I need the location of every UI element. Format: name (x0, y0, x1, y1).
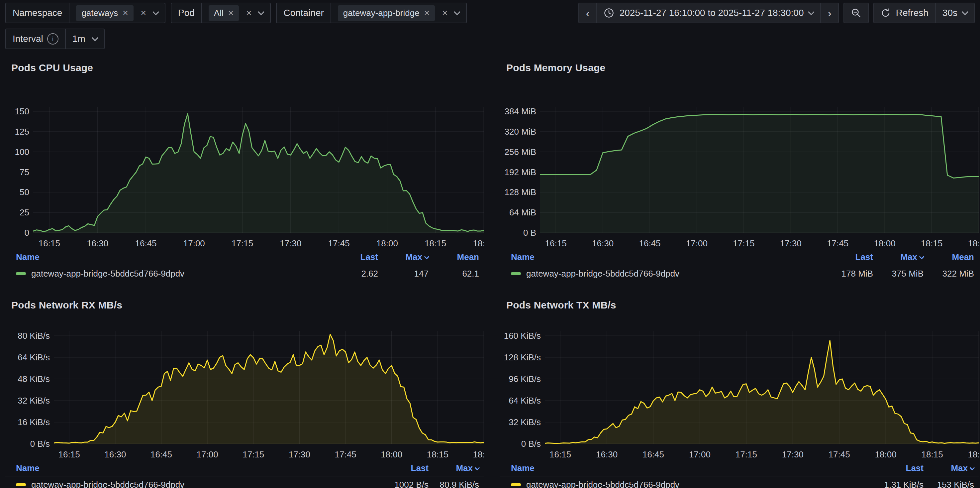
container-filter-value[interactable]: gateway-app-bridge × × (331, 3, 466, 22)
legend-stat-value-last: 1.31 KiB/s (873, 480, 924, 488)
series-fill (545, 340, 979, 444)
legend-separator (5, 265, 484, 265)
x-tick-label: 16:45 (135, 238, 156, 249)
panel-cpu-usage: Pods CPU Usage 0255075100125150 16:1516:… (5, 54, 484, 281)
pod-tag[interactable]: All × (208, 5, 239, 21)
legend-stat-header-last[interactable]: Last (873, 463, 924, 474)
x-tick-label: 18:00 (875, 450, 897, 460)
x-tick-label: 17:00 (183, 238, 205, 249)
tx-plot-area[interactable]: 16:1516:3016:4517:0017:1517:3017:4518:00… (545, 331, 979, 460)
time-range-button[interactable]: 2025-11-27 16:10:00 to 2025-11-27 18:30:… (596, 3, 821, 22)
series-name: gateway-app-bridge-5bddc5d766-9dpdv (31, 480, 185, 488)
series-name: gateway-app-bridge-5bddc5d766-9dpdv (526, 480, 679, 488)
legend-stat-header-mean[interactable]: Mean (924, 252, 974, 262)
y-tick-label: 0 B/s (521, 439, 541, 449)
x-axis: 16:1516:3016:4517:0017:1517:3017:4518:00… (545, 445, 979, 460)
refresh-button[interactable]: Refresh (874, 3, 935, 22)
legend-header: Name LastMaxMean (500, 250, 979, 264)
chart-canvas[interactable] (33, 107, 484, 234)
y-axis: 0 B64 MiB128 MiB192 MiB256 MiB320 MiB384… (500, 107, 540, 249)
sort-chevron-down-icon (475, 465, 480, 470)
legend-series[interactable]: gateway-app-bridge-5bddc5d766-9dpdv (511, 269, 822, 279)
pod-chevron-down-icon[interactable] (258, 9, 265, 15)
x-tick-label: 18:15 (425, 238, 446, 249)
interval-label-text: Interval (13, 33, 43, 44)
chart-canvas[interactable] (54, 331, 484, 445)
namespace-tag-remove-icon[interactable]: × (123, 8, 128, 18)
y-tick-label: 320 MiB (504, 126, 536, 137)
legend-series[interactable]: gateway-app-bridge-5bddc5d766-9dpdv (16, 480, 378, 488)
memory-plot-area[interactable]: 16:1516:3016:4517:0017:1517:3017:4518:00… (540, 107, 979, 249)
chart-canvas[interactable] (545, 331, 979, 445)
container-tag-remove-icon[interactable]: × (424, 8, 430, 18)
x-tick-label: 16:15 (59, 450, 80, 460)
x-tick-label: 18:15 (427, 450, 449, 460)
rx-plot-area[interactable]: 16:1516:3016:4517:0017:1517:3017:4518:00… (54, 331, 484, 460)
series-color-swatch (16, 483, 26, 486)
legend-stat-value-mean: 322 MiB (924, 269, 974, 279)
x-tick-label: 18:30 (968, 238, 979, 249)
container-clear-icon[interactable]: × (442, 8, 447, 18)
legend-series[interactable]: gateway-app-bridge-5bddc5d766-9dpdv (16, 269, 328, 279)
panel-title: Pods CPU Usage (11, 62, 484, 74)
x-tick-label: 16:15 (549, 450, 571, 460)
panel-memory-usage: Pods Memory Usage 0 B64 MiB128 MiB192 Mi… (500, 54, 979, 281)
legend-stat-header-max[interactable]: Max (378, 252, 428, 262)
y-tick-label: 192 MiB (504, 167, 536, 177)
pod-filter-value[interactable]: All × × (202, 3, 270, 22)
legend-stat-header-max[interactable]: Max (428, 463, 479, 474)
namespace-tag[interactable]: gateways × (76, 5, 133, 21)
x-tick-label: 17:30 (780, 238, 802, 249)
container-chevron-down-icon[interactable] (454, 9, 460, 15)
x-tick-label: 17:00 (197, 450, 218, 460)
legend-row: gateway-app-bridge-5bddc5d766-9dpdv 1.31… (500, 477, 979, 488)
legend-stat-header-max[interactable]: Max (924, 463, 974, 474)
legend-name-header[interactable]: Name (511, 463, 873, 474)
pod-clear-icon[interactable]: × (246, 8, 251, 18)
legend-series[interactable]: gateway-app-bridge-5bddc5d766-9dpdv (511, 480, 873, 488)
legend-stat-header-mean[interactable]: Mean (428, 252, 479, 262)
y-tick-label: 150 (15, 106, 29, 117)
namespace-filter-value[interactable]: gateways × × (70, 3, 165, 22)
interval-picker[interactable]: 1m (66, 29, 104, 49)
pod-tag-remove-icon[interactable]: × (228, 8, 234, 18)
legend-stat-header-max[interactable]: Max (873, 252, 924, 262)
legend-header: Name LastMax (5, 461, 484, 475)
refresh-interval-picker[interactable]: 30s (935, 3, 974, 22)
legend-stat-values: 178 MiB375 MiB322 MiB (822, 269, 974, 279)
chart-canvas[interactable] (540, 107, 979, 234)
legend-name-header[interactable]: Name (16, 252, 328, 262)
memory-chart: 0 B64 MiB128 MiB192 MiB256 MiB320 MiB384… (500, 107, 979, 249)
interval-control: Interval i 1m (5, 29, 105, 49)
container-tag-text: gateway-app-bridge (343, 8, 420, 18)
cpu-plot-area[interactable]: 16:1516:3016:4517:0017:1517:3017:4518:00… (33, 107, 484, 249)
legend-name-header[interactable]: Name (511, 252, 822, 262)
y-tick-label: 64 MiB (509, 207, 536, 218)
x-tick-label: 17:15 (733, 238, 754, 249)
legend-stat-values: 1002 B/s80.9 KiB/s (378, 480, 479, 488)
container-tag[interactable]: gateway-app-bridge × (338, 5, 435, 21)
y-tick-label: 75 (20, 167, 29, 177)
time-shift-back-button[interactable]: ‹ (579, 3, 596, 22)
x-tick-label: 18:00 (874, 238, 896, 249)
time-shift-forward-button[interactable]: › (820, 3, 838, 22)
namespace-chevron-down-icon[interactable] (153, 9, 159, 15)
legend-stat-value-last: 178 MiB (822, 269, 873, 279)
rx-chart: 0 B/s16 KiB/s32 KiB/s48 KiB/s64 KiB/s80 … (5, 331, 484, 460)
legend-stat-header-last[interactable]: Last (328, 252, 378, 262)
namespace-clear-icon[interactable]: × (141, 8, 146, 18)
zoom-out-button[interactable] (844, 3, 868, 22)
legend-stat-value-last: 2.62 (328, 269, 378, 279)
legend-stat-header-last[interactable]: Last (822, 252, 873, 262)
namespace-tag-text: gateways (81, 8, 118, 18)
x-tick-label: 17:15 (735, 450, 757, 460)
info-icon[interactable]: i (47, 33, 59, 45)
x-tick-label: 18:00 (376, 238, 398, 249)
namespace-filter-label: Namespace (6, 3, 70, 22)
legend-name-header[interactable]: Name (16, 463, 378, 474)
legend-stat-values: 1.31 KiB/s153 KiB/s (873, 480, 974, 488)
legend-stat-value-last: 1002 B/s (378, 480, 428, 488)
legend-stat-header-last[interactable]: Last (378, 463, 428, 474)
panel-title: Pods Memory Usage (506, 62, 979, 74)
memory-legend: Name LastMaxMean gateway-app-bridge-5bdd… (500, 250, 979, 281)
